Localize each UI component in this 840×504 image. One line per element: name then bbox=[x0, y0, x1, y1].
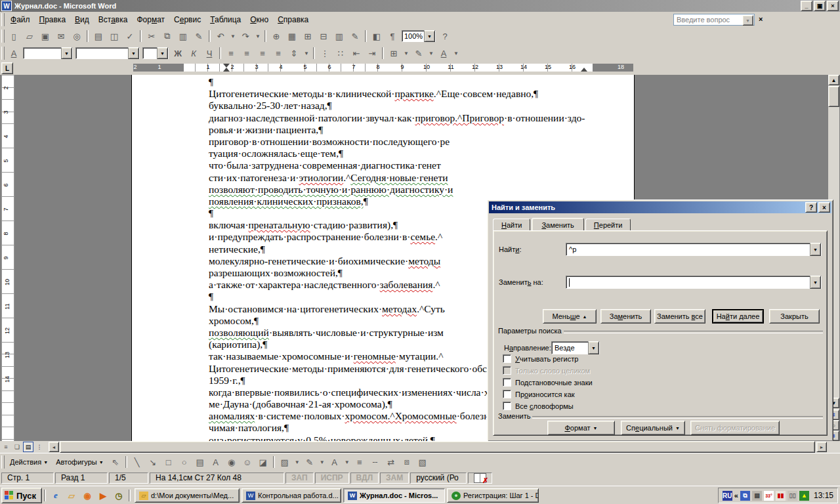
task-zhurnal[interactable]: WЖурнал.doc - Micros... bbox=[343, 488, 445, 503]
insert-table-icon[interactable]: ⊞ bbox=[301, 30, 315, 43]
vertical-ruler[interactable]: 234567891011121314 bbox=[1, 75, 14, 441]
sounds-like-checkbox[interactable]: Произносится как bbox=[503, 390, 575, 398]
scroll-up-icon[interactable]: ▲ bbox=[828, 75, 839, 85]
tables-borders-icon[interactable]: ▦ bbox=[285, 30, 299, 43]
cut-icon[interactable]: ✂ bbox=[144, 30, 159, 43]
toolbar-handle[interactable] bbox=[1, 47, 5, 60]
menu-table[interactable]: Таблица bbox=[205, 13, 245, 26]
zoom-select[interactable]: 100%▼ bbox=[402, 30, 436, 42]
chevron-down-icon[interactable]: ▼ bbox=[424, 30, 435, 42]
picture-icon[interactable]: ◪ bbox=[256, 455, 270, 469]
checkbox-box[interactable] bbox=[503, 354, 511, 363]
task-kontrolnaya[interactable]: WКонтрольная работа.d... bbox=[242, 488, 341, 503]
close-question-icon[interactable]: × bbox=[759, 15, 763, 23]
horizontal-ruler[interactable]: L 211234567891011121314151618 bbox=[0, 62, 840, 75]
horizontal-scroll-thumb[interactable] bbox=[60, 441, 815, 453]
task-registration[interactable]: ●Регистрация: Шаг 1 - D... bbox=[447, 488, 539, 503]
antivirus-icon[interactable]: ▲ bbox=[799, 491, 809, 501]
borders-icon[interactable]: ⊞ bbox=[387, 47, 401, 60]
language-indicator[interactable]: RU bbox=[723, 491, 732, 501]
spelling-status-icon[interactable]: ✗ bbox=[468, 472, 492, 484]
chevron-down-icon[interactable]: ▼ bbox=[303, 47, 310, 60]
chevron-down-icon[interactable]: ▼ bbox=[254, 30, 262, 43]
columns-icon[interactable]: ▥ bbox=[332, 30, 346, 43]
rectangle-icon[interactable]: □ bbox=[161, 455, 176, 469]
scroll-right-icon[interactable]: ► bbox=[816, 442, 827, 452]
tab-find[interactable]: Найти bbox=[493, 219, 530, 231]
arrow-icon[interactable]: ↘ bbox=[146, 455, 160, 469]
chevron-down-icon[interactable]: ▼ bbox=[588, 341, 599, 354]
line-style-icon[interactable]: ≡ bbox=[352, 455, 367, 469]
match-case-checkbox[interactable]: Учитывать регистр bbox=[503, 354, 578, 363]
checkbox-box[interactable] bbox=[503, 378, 511, 387]
text-line[interactable]: Цитогенетические·методы·в·клинической·пр… bbox=[209, 88, 642, 100]
chevron-down-icon[interactable]: ▼ bbox=[452, 47, 460, 60]
tab-replace[interactable]: Заменить bbox=[532, 218, 583, 232]
increase-indent-icon[interactable]: ⇥ bbox=[365, 47, 379, 60]
dash-style-icon[interactable]: ╌ bbox=[368, 455, 383, 469]
draw-actions-menu[interactable]: Действия▼ bbox=[6, 457, 52, 467]
help-icon[interactable]: ? bbox=[438, 30, 452, 43]
text-box-icon[interactable]: ▤ bbox=[193, 455, 207, 469]
line-icon[interactable]: ╲ bbox=[130, 455, 144, 469]
vertical-scroll-thumb[interactable] bbox=[828, 86, 839, 107]
show-formatting-icon[interactable]: ¶ bbox=[385, 30, 400, 43]
firefox-icon[interactable]: ◉ bbox=[81, 489, 94, 502]
select-arrow-icon[interactable]: ⇖ bbox=[108, 455, 123, 469]
chevron-down-icon[interactable]: ▼ bbox=[61, 47, 72, 59]
search-icon[interactable]: ◎ bbox=[70, 30, 84, 43]
chip-icon[interactable]: ▤ bbox=[752, 491, 762, 501]
ask-question-input[interactable]: Введите вопрос ▼ bbox=[673, 14, 755, 26]
start-button[interactable]: Пуск bbox=[1, 488, 42, 503]
direction-select[interactable]: Везде ▼ bbox=[551, 341, 600, 354]
tray-chevron-icon[interactable]: « bbox=[734, 492, 738, 499]
chevron-down-icon[interactable]: ▼ bbox=[343, 455, 351, 469]
font-size-select[interactable]: ▼ bbox=[142, 47, 169, 59]
document-map-icon[interactable]: ◧ bbox=[369, 30, 384, 43]
spelling-icon[interactable]: ✓ bbox=[123, 30, 137, 43]
italic-button[interactable]: К bbox=[186, 47, 201, 60]
align-left-icon[interactable]: ≡ bbox=[224, 47, 238, 60]
clip-art-icon[interactable]: ☺ bbox=[240, 455, 255, 469]
font-color-icon[interactable]: А bbox=[436, 47, 451, 60]
close-dialog-button[interactable]: Закрыть bbox=[769, 309, 820, 324]
draw-font-color-icon[interactable]: А bbox=[327, 455, 342, 469]
chevron-down-icon[interactable]: ▼ bbox=[128, 47, 139, 59]
chevron-down-icon[interactable]: ▼ bbox=[810, 243, 821, 256]
media-player-icon[interactable]: ▶ bbox=[96, 489, 110, 502]
menu-help[interactable]: Справка bbox=[273, 13, 313, 26]
chevron-down-icon[interactable]: ▼ bbox=[402, 47, 410, 60]
volume-icon[interactable]: ▯▯ bbox=[788, 491, 797, 501]
copy-icon[interactable]: ⧉ bbox=[160, 30, 175, 43]
align-center-icon[interactable]: ≡ bbox=[240, 47, 254, 60]
text-line[interactable]: что·была·затруднена·современная·диагност… bbox=[209, 159, 642, 171]
print-preview-icon[interactable]: ◫ bbox=[107, 30, 121, 43]
print-icon[interactable]: ▤ bbox=[91, 30, 106, 43]
chevron-down-icon[interactable]: ▼ bbox=[157, 47, 168, 59]
checkbox-box[interactable] bbox=[503, 390, 511, 398]
task-folder[interactable]: ▱d:\Мои документы\Мед... bbox=[135, 488, 240, 503]
text-line[interactable]: буквально·25-30·лет·назад,¶ bbox=[209, 100, 642, 112]
checkbox-box[interactable] bbox=[503, 402, 511, 410]
network-icon[interactable]: ⧉ bbox=[740, 491, 750, 501]
bold-button[interactable]: Ж bbox=[171, 47, 185, 60]
autoshapes-menu[interactable]: Автофигуры▼ bbox=[52, 457, 108, 467]
align-right-icon[interactable]: ≡ bbox=[255, 47, 270, 60]
replace-button[interactable]: Заменить bbox=[600, 309, 651, 324]
format-button[interactable]: Формат▼ bbox=[547, 421, 615, 435]
chevron-down-icon[interactable]: ▼ bbox=[742, 15, 753, 26]
scheduler-icon[interactable]: ◷ bbox=[112, 489, 125, 502]
wildcards-checkbox[interactable]: Подстановочные знаки bbox=[503, 378, 593, 387]
chevron-down-icon[interactable]: ▼ bbox=[427, 47, 435, 60]
decrease-indent-icon[interactable]: ⇤ bbox=[349, 47, 364, 60]
styles-and-formatting-icon[interactable]: A bbox=[7, 47, 21, 60]
menu-view[interactable]: Вид bbox=[70, 13, 94, 26]
paste-icon[interactable]: ▥ bbox=[176, 30, 190, 43]
shadow-style-icon[interactable]: ⧈ bbox=[400, 455, 414, 469]
open-icon[interactable]: ▱ bbox=[22, 30, 37, 43]
arrow-style-icon[interactable]: ⇄ bbox=[384, 455, 398, 469]
dialog-close-icon[interactable]: × bbox=[818, 202, 830, 213]
justify-icon[interactable]: ≡ bbox=[271, 47, 285, 60]
line-color-icon[interactable]: ✎ bbox=[303, 455, 317, 469]
undo-icon[interactable]: ↶ bbox=[213, 30, 228, 43]
